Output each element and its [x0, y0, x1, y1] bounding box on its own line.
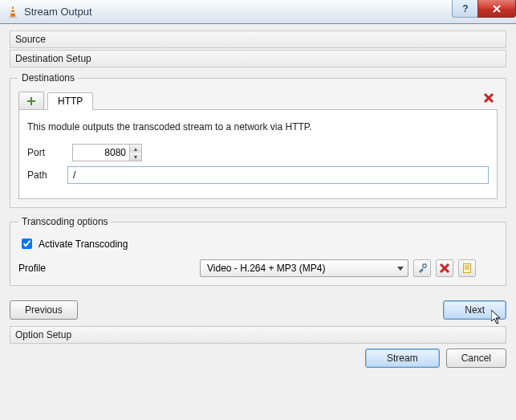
window-titlebar: Stream Output ?	[0, 0, 516, 24]
svg-rect-1	[9, 16, 17, 18]
edit-profile-button[interactable]	[413, 259, 431, 277]
path-input[interactable]	[67, 166, 489, 184]
destination-section-header[interactable]: Destination Setup	[10, 50, 506, 67]
tools-icon	[416, 263, 428, 274]
svg-marker-7	[397, 267, 404, 271]
destinations-tabs: HTTP	[18, 92, 498, 110]
path-label: Path	[27, 169, 67, 181]
source-section-header[interactable]: Source	[10, 31, 506, 48]
activate-transcoding-label: Activate Transcoding	[39, 239, 128, 250]
transcoding-legend: Transcoding options	[18, 216, 112, 227]
window-title: Stream Output	[24, 6, 92, 18]
document-icon	[461, 263, 473, 274]
svg-rect-6	[27, 100, 35, 102]
activate-transcoding-checkbox[interactable]	[22, 239, 32, 249]
x-red-icon	[439, 263, 450, 274]
svg-point-8	[423, 264, 426, 267]
http-tab-label: HTTP	[58, 96, 83, 107]
transcoding-group: Transcoding options Activate Transcoding…	[10, 216, 506, 286]
svg-marker-0	[10, 6, 15, 17]
x-red-icon	[483, 92, 494, 104]
destinations-group: Destinations HTTP This module outputs th…	[10, 72, 506, 208]
svg-text:?: ?	[462, 4, 468, 14]
http-tab[interactable]: HTTP	[47, 92, 93, 110]
profile-combobox[interactable]: Video - H.264 + MP3 (MP4)	[200, 259, 408, 277]
option-section-header[interactable]: Option Setup	[10, 326, 506, 344]
next-button[interactable]: Next	[443, 300, 506, 320]
remove-destination-button[interactable]	[483, 92, 494, 106]
http-tab-panel: This module outputs the transcoded strea…	[18, 110, 498, 199]
new-profile-button[interactable]	[458, 259, 476, 277]
profile-label: Profile	[18, 263, 195, 274]
port-up-button[interactable]: ▲	[130, 145, 141, 153]
add-destination-tab[interactable]	[18, 92, 44, 109]
chevron-down-icon	[396, 263, 404, 276]
cancel-button[interactable]: Cancel	[446, 349, 506, 368]
window-controls: ?	[452, 0, 516, 18]
port-label: Port	[27, 147, 67, 158]
help-button[interactable]: ?	[452, 0, 477, 18]
destinations-legend: Destinations	[18, 72, 78, 84]
svg-rect-2	[11, 9, 14, 10]
http-description: This module outputs the transcoded strea…	[27, 121, 489, 133]
svg-rect-3	[11, 12, 15, 13]
vlc-cone-icon	[6, 6, 19, 18]
svg-rect-9	[464, 264, 471, 273]
close-button[interactable]	[477, 0, 516, 18]
stream-button[interactable]: Stream	[365, 349, 440, 368]
plus-icon	[26, 96, 37, 107]
profile-value: Video - H.264 + MP3 (MP4)	[207, 263, 326, 274]
port-down-button[interactable]: ▼	[130, 153, 141, 161]
port-stepper[interactable]: ▲ ▼	[72, 144, 142, 161]
previous-button[interactable]: Previous	[10, 300, 78, 320]
delete-profile-button[interactable]	[436, 259, 453, 277]
port-input[interactable]	[73, 145, 129, 161]
